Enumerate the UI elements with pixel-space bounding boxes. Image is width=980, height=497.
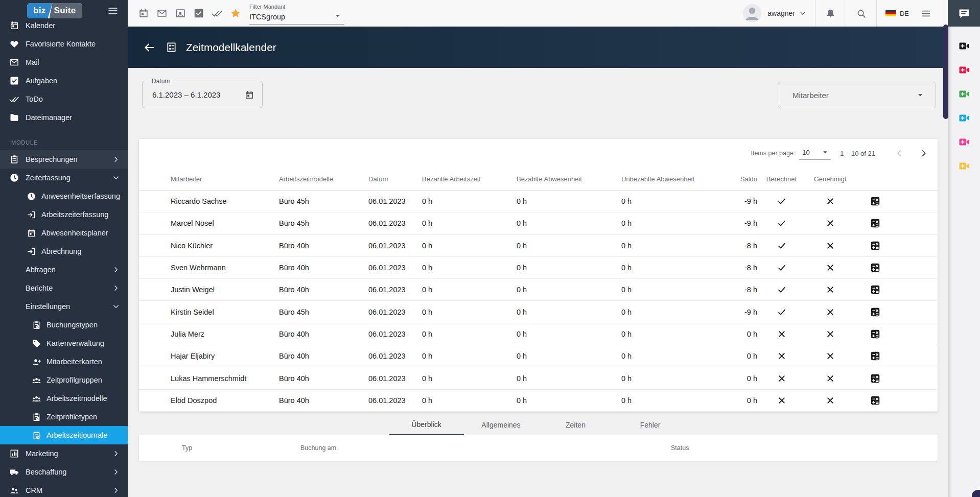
cell-berechnet — [757, 373, 806, 384]
table-row[interactable]: Hajar EljabiryBüro 40h06.01.20230 h0 h0 … — [139, 345, 938, 367]
sidebar-item-favorisierte-kontakte[interactable]: Favorisierte Kontakte — [0, 35, 128, 53]
toolbar-quick-icons — [128, 8, 241, 19]
calculator-button[interactable] — [870, 196, 881, 207]
calculator-button[interactable] — [870, 373, 881, 384]
hamburger-menu-icon[interactable] — [107, 5, 119, 16]
table-row[interactable]: Justin WeigelBüro 40h06.01.20230 h0 h0 h… — [139, 279, 938, 301]
column-header: Unbezahlte Abwesenheit — [621, 175, 732, 183]
sidebar-item-kartenverwaltung[interactable]: Kartenverwaltung — [0, 334, 128, 352]
sidebar-item-buchungstypen[interactable]: Buchungstypen — [0, 316, 128, 334]
cell-modell: Büro 40h — [279, 242, 368, 250]
contact-card-icon[interactable] — [175, 8, 186, 19]
check-icon — [777, 241, 787, 251]
done-all-icon[interactable] — [212, 8, 223, 19]
calculator-button[interactable] — [870, 262, 881, 273]
table-row[interactable]: Sven WehrmannBüro 40h06.01.20230 h0 h0 h… — [139, 257, 938, 279]
tab-überblick[interactable]: Überblick — [389, 415, 464, 435]
video-call-icon[interactable] — [958, 64, 970, 76]
sidebar-item-todo[interactable]: ToDo — [0, 90, 128, 108]
calculator-button[interactable] — [870, 395, 881, 406]
tab-allgemeines[interactable]: Allgemeines — [464, 415, 539, 435]
table-body: Riccardo SachseBüro 45h06.01.20230 h0 h0… — [139, 191, 938, 412]
video-call-icon[interactable] — [958, 136, 970, 148]
sidebar-item-zeitprofilgruppen[interactable]: Zeitprofilgruppen — [0, 371, 128, 389]
video-call-icon[interactable] — [958, 112, 970, 124]
scrollbar-thumb[interactable] — [943, 25, 948, 119]
video-call-icon[interactable] — [958, 160, 970, 172]
mail-icon[interactable] — [156, 8, 168, 19]
calendar-icon — [9, 20, 19, 31]
cell-datum: 06.01.2023 — [368, 264, 422, 272]
sidebar-item-dateimanager[interactable]: Dateimanager — [0, 108, 128, 127]
sidebar-item-marketing[interactable]: Marketing — [0, 444, 128, 463]
sidebar-item-arbeitszeitmodelle[interactable]: Arbeitszeitmodelle — [0, 389, 128, 408]
sidebar-item-besprechungen[interactable]: Besprechungen — [0, 150, 128, 169]
list-icon[interactable] — [921, 8, 931, 19]
video-call-icon[interactable] — [958, 88, 970, 100]
calculator-button[interactable] — [870, 240, 881, 251]
sidebar-item-abfragen[interactable]: Abfragen — [0, 261, 128, 279]
sidebar-item-anwesenheitserfassung[interactable]: Anwesenheitserfassung — [0, 187, 128, 205]
page-title: Zeitmodellkalender — [186, 41, 276, 54]
chat-button[interactable] — [948, 0, 980, 27]
language-switch[interactable]: DE — [885, 10, 909, 17]
calculator-button[interactable] — [870, 350, 881, 362]
tasks-icon[interactable] — [193, 8, 204, 19]
cell-mitarbeiter: Lukas Hammerschmidt — [171, 374, 279, 383]
sidebar-item-beschaffung[interactable]: Beschaffung — [0, 463, 128, 481]
cross-icon — [825, 263, 835, 273]
calendar-icon[interactable] — [138, 8, 149, 19]
sidebar-item-abrechnung[interactable]: Abrechnung — [0, 242, 128, 261]
table-row[interactable]: Elöd DoszpodBüro 40h06.01.20230 h0 h0 h0… — [139, 390, 938, 412]
app-logo[interactable]: biz Suite — [27, 3, 82, 18]
sidebar-item-abwesenheitsplaner[interactable]: Abwesenheitsplaner — [0, 224, 128, 242]
sidebar-item-berichte[interactable]: Berichte — [0, 279, 128, 297]
cell-bez_zeit: 0 h — [422, 286, 517, 294]
column-header: Mitarbeiter — [171, 175, 279, 183]
sidebar-item-aufgaben[interactable]: Aufgaben — [0, 72, 128, 90]
previous-page-button[interactable] — [894, 148, 905, 159]
calculator-button[interactable] — [870, 284, 881, 295]
favorites-star-icon[interactable] — [230, 8, 241, 19]
detail-table-card: TypBuchung amStatus — [139, 435, 938, 461]
sidebar-item-zeitprofiletypen[interactable]: Zeitprofiletypen — [0, 408, 128, 426]
sidebar-item-label: Berichte — [26, 284, 53, 292]
sidebar-item-einstellungen[interactable]: Einstellungen — [0, 297, 128, 316]
sidebar-item-mail[interactable]: Mail — [0, 53, 128, 72]
table-row[interactable]: Lukas HammerschmidtBüro 40h06.01.20230 h… — [139, 367, 938, 389]
date-range-field[interactable]: Datum 6.1.2023 – 6.1.2023 — [142, 81, 263, 108]
tab-zeiten[interactable]: Zeiten — [539, 415, 613, 435]
back-button[interactable] — [143, 41, 155, 54]
employee-select[interactable]: Mitarbeiter — [778, 82, 936, 108]
chevron-right-icon — [111, 283, 121, 293]
table-row[interactable]: Nico KüchlerBüro 40h06.01.20230 h0 h0 h-… — [139, 235, 938, 257]
table-row[interactable]: Kirstin SeidelBüro 45h06.01.20230 h0 h0 … — [139, 301, 938, 323]
cell-bez_abw: 0 h — [517, 374, 621, 383]
calculator-button[interactable] — [870, 328, 881, 340]
user-menu[interactable]: awagner — [743, 4, 815, 22]
top-toolbar: Filter Mandant ITCSgroup awagner DE — [128, 0, 980, 27]
chevron-right-icon — [111, 486, 121, 495]
german-flag-icon — [885, 10, 896, 17]
table-row[interactable]: Julia MerzBüro 40h06.01.20230 h0 h0 h0 h — [139, 323, 938, 345]
sidebar-item-arbeitszeiterfassung[interactable]: Arbeitszeiterfassung — [0, 205, 128, 224]
cell-actions — [854, 218, 896, 229]
calculator-button[interactable] — [870, 218, 881, 229]
sidebar-item-arbeitszeitjournale[interactable]: Arbeitszeitjournale — [0, 426, 128, 444]
bell-icon[interactable] — [825, 8, 836, 19]
next-page-button[interactable] — [918, 148, 929, 159]
tab-fehler[interactable]: Fehler — [613, 415, 688, 435]
items-per-page-select[interactable]: 10 — [799, 147, 831, 160]
calendar-icon[interactable] — [244, 90, 254, 100]
sidebar-item-zeiterfassung[interactable]: Zeiterfassung — [0, 169, 128, 187]
search-icon[interactable] — [856, 8, 867, 19]
video-call-icon[interactable] — [958, 40, 970, 52]
filter-mandant-select[interactable]: Filter Mandant ITCSgroup — [249, 2, 344, 26]
calculator-button[interactable] — [870, 306, 881, 318]
sidebar-item-crm[interactable]: CRM — [0, 481, 128, 497]
cell-berechnet — [757, 218, 806, 228]
cross-icon — [825, 307, 835, 317]
table-row[interactable]: Riccardo SachseBüro 45h06.01.20230 h0 h0… — [139, 191, 938, 212]
sidebar-item-mitarbeiterkarten[interactable]: Mitarbeiterkarten — [0, 352, 128, 371]
table-row[interactable]: Marcel NöselBüro 45h06.01.20230 h0 h0 h-… — [139, 212, 938, 234]
